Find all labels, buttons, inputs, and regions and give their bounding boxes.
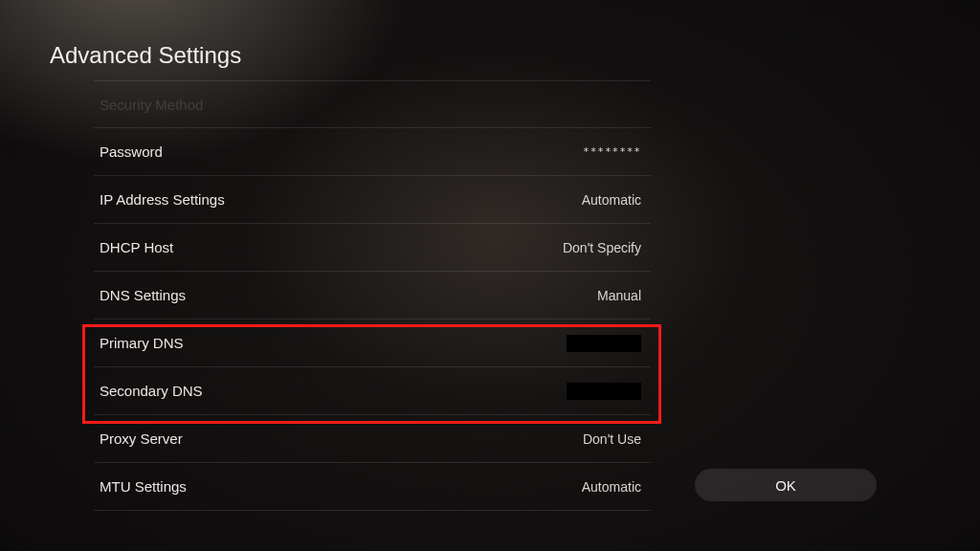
row-mtu-settings[interactable]: MTU Settings Automatic bbox=[94, 463, 651, 511]
value-ip-address-settings: Automatic bbox=[582, 192, 641, 208]
label-dns-settings: DNS Settings bbox=[100, 287, 186, 303]
ok-button[interactable]: OK bbox=[695, 469, 877, 501]
settings-list: Security Method Password ******** IP Add… bbox=[94, 80, 651, 511]
row-primary-dns[interactable]: Primary DNS bbox=[94, 320, 651, 367]
label-ip-address-settings: IP Address Settings bbox=[100, 191, 225, 208]
value-mtu-settings: Automatic bbox=[582, 479, 641, 495]
row-security-method[interactable]: Security Method bbox=[94, 80, 651, 128]
label-proxy-server: Proxy Server bbox=[100, 430, 183, 447]
value-secondary-dns-redacted bbox=[567, 383, 641, 400]
value-password: ******** bbox=[583, 145, 641, 158]
ok-button-label: OK bbox=[775, 477, 796, 494]
value-dhcp-host: Don't Specify bbox=[563, 240, 641, 255]
row-dhcp-host[interactable]: DHCP Host Don't Specify bbox=[94, 224, 651, 272]
row-ip-address-settings[interactable]: IP Address Settings Automatic bbox=[94, 176, 651, 224]
row-password[interactable]: Password ******** bbox=[94, 128, 651, 176]
label-primary-dns: Primary DNS bbox=[100, 335, 184, 351]
label-secondary-dns: Secondary DNS bbox=[100, 383, 203, 399]
value-proxy-server: Don't Use bbox=[583, 431, 641, 447]
label-security-method: Security Method bbox=[100, 97, 203, 113]
row-proxy-server[interactable]: Proxy Server Don't Use bbox=[94, 415, 651, 463]
value-primary-dns-redacted bbox=[567, 335, 641, 352]
value-dns-settings: Manual bbox=[597, 288, 641, 303]
row-dns-settings[interactable]: DNS Settings Manual bbox=[94, 272, 651, 320]
label-password: Password bbox=[100, 143, 163, 160]
label-dhcp-host: DHCP Host bbox=[100, 239, 173, 255]
page-title: Advanced Settings bbox=[50, 42, 241, 69]
row-secondary-dns[interactable]: Secondary DNS bbox=[94, 367, 651, 415]
label-mtu-settings: MTU Settings bbox=[100, 478, 187, 495]
